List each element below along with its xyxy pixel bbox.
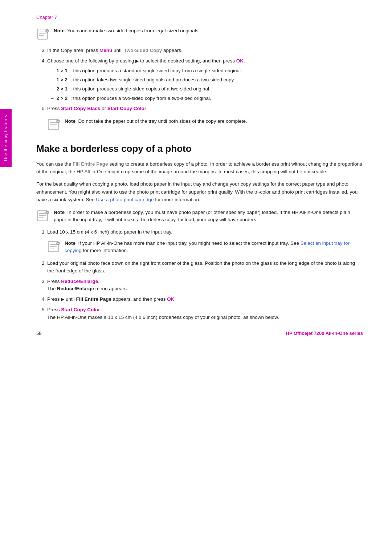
note-2-label: Note bbox=[65, 118, 75, 124]
ok-highlight-2: OK bbox=[167, 296, 174, 302]
note-1-text: Note You cannot make two-sided copies fr… bbox=[54, 27, 200, 35]
sub-item-4: 2 > 2: this option produces a two-sided … bbox=[51, 95, 363, 102]
step-2: Load your original photo face down on th… bbox=[47, 260, 363, 275]
select-input-tray-link[interactable]: Select an input tray for copying bbox=[65, 240, 350, 253]
step-3: Press Reduce/Enlarge. The Reduce/Enlarge… bbox=[47, 278, 363, 293]
note-box-4: ? Note If your HP All-in-One has more th… bbox=[47, 240, 363, 255]
svg-text:?: ? bbox=[57, 242, 59, 246]
chapter-label: Chapter 7 bbox=[36, 15, 363, 20]
note-icon-1: ? bbox=[36, 28, 50, 42]
page-number: 58 bbox=[36, 331, 41, 336]
product-name: HP Officejet 7200 All-in-One series bbox=[286, 331, 363, 336]
sub-item-2: 1 > 2: this option takes two single-side… bbox=[51, 76, 363, 84]
note-box-1: ? Note You cannot make two-sided copies … bbox=[36, 27, 363, 42]
note-box-2: ? Note Do not take the paper out of the … bbox=[47, 118, 363, 132]
svg-text:?: ? bbox=[57, 120, 59, 123]
note-4-text: Note If your HP All-in-One has more than… bbox=[65, 240, 363, 255]
menu-highlight: Menu bbox=[99, 48, 112, 53]
note-3-text: Note In order to make a borderless copy,… bbox=[54, 209, 363, 224]
sub-item-3: 2 > 1: this option produces single-sided… bbox=[51, 85, 363, 93]
fill-entire-page-ref: Fill Entire Page bbox=[73, 161, 108, 167]
start-copy-color-highlight: Start Copy Color bbox=[107, 106, 146, 111]
para1: You can use the Fill Entire Page setting… bbox=[36, 160, 363, 176]
footer: 58 HP Officejet 7200 All-in-One series bbox=[36, 331, 363, 336]
two-sided-copy-highlight: Two-Sided Copy bbox=[124, 48, 162, 53]
step-1: Load 10 x 15 cm (4 x 6 inch) photo paper… bbox=[47, 228, 363, 236]
svg-text:?: ? bbox=[46, 211, 48, 214]
note-3-label: Note bbox=[54, 210, 65, 215]
note-4-label: Note bbox=[65, 240, 75, 246]
start-copy-color-highlight-2: Start Copy Color bbox=[61, 307, 100, 312]
note-icon-3: ? bbox=[36, 210, 50, 223]
note-2-text: Note Do not take the paper out of the tr… bbox=[65, 118, 247, 125]
ok-highlight-1: OK bbox=[236, 58, 244, 64]
section-heading: Make a borderless copy of a photo bbox=[36, 143, 363, 154]
note-icon-4: ? bbox=[47, 240, 61, 254]
para2: For the best quality when copying a phot… bbox=[36, 180, 363, 204]
step-4: Press ▶ until Fill Entire Page appears, … bbox=[47, 296, 363, 303]
note-1-label: Note bbox=[54, 28, 65, 33]
main-list: In the Copy area, press Menu until Two-S… bbox=[47, 47, 363, 113]
step-5: Press Start Copy Color. The HP All-in-On… bbox=[47, 306, 363, 321]
note-icon-2: ? bbox=[47, 118, 61, 132]
use-photo-cartridge-link[interactable]: Use a photo print cartridge bbox=[96, 197, 154, 202]
sub-list: 1 > 1: this option produces a standard s… bbox=[51, 67, 363, 102]
list-item-5: Press Start Copy Black or Start Copy Col… bbox=[47, 105, 363, 113]
sub-item-1: 1 > 1: this option produces a standard s… bbox=[51, 67, 363, 74]
note-box-3: ? Note In order to make a borderless cop… bbox=[36, 209, 363, 224]
steps-list-2: Load your original photo face down on th… bbox=[47, 260, 363, 321]
svg-text:?: ? bbox=[46, 30, 48, 33]
steps-list: Load 10 x 15 cm (4 x 6 inch) photo paper… bbox=[47, 228, 363, 236]
reduce-enlarge-highlight: Reduce/Enlarge bbox=[61, 279, 98, 284]
list-item-3: In the Copy area, press Menu until Two-S… bbox=[47, 47, 363, 54]
arrow-right-icon: ▶ bbox=[135, 58, 139, 64]
list-item-4: Choose one of the following by pressing … bbox=[47, 57, 363, 102]
arrow-right-icon-2: ▶ bbox=[61, 297, 64, 302]
start-copy-black-highlight: Start Copy Black bbox=[61, 106, 100, 111]
